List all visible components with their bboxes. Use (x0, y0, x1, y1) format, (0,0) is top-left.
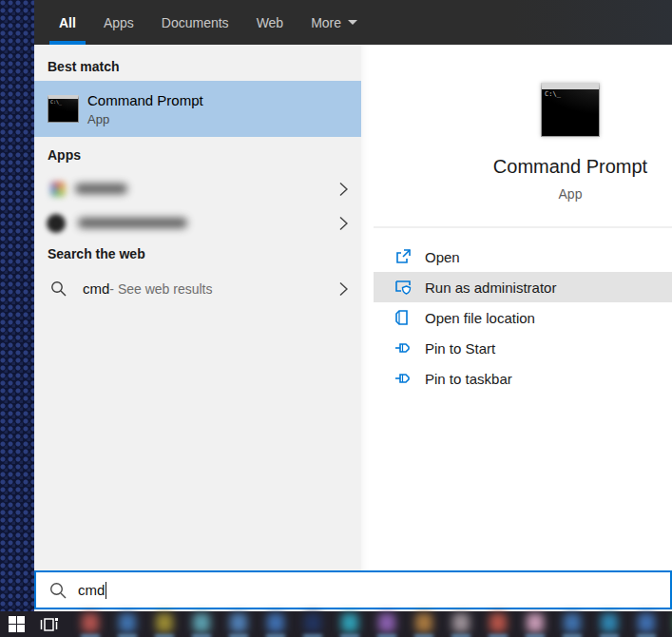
prompt-glyph: C:\_ (545, 90, 561, 98)
tab-web[interactable]: Web (257, 0, 284, 45)
action-label: Pin to Start (425, 340, 495, 357)
action-open[interactable]: Open (374, 241, 672, 272)
blurred-app-icon[interactable] (413, 613, 435, 636)
start-button[interactable] (0, 611, 32, 637)
command-prompt-icon-large: C:\_ (541, 83, 600, 137)
chevron-right-icon[interactable] (339, 182, 348, 196)
tab-apps[interactable]: Apps (104, 0, 134, 45)
start-search-flyout: All Apps Documents Web More Best match C… (34, 0, 672, 611)
best-match-subtitle: App (87, 112, 203, 126)
search-input-value: cmd (78, 582, 105, 598)
chevron-right-icon[interactable] (339, 281, 348, 296)
web-suffix-text: - See web results (109, 281, 212, 297)
blurred-dark-circle-app-icon (47, 214, 66, 233)
blurred-app-icon[interactable] (598, 613, 621, 636)
divider (374, 226, 672, 228)
preview-subtitle: App (469, 186, 672, 202)
pin-icon (394, 339, 412, 357)
action-open-file-location[interactable]: Open file location (374, 302, 672, 333)
tab-documents[interactable]: Documents (162, 0, 229, 45)
blurred-app-icon[interactable] (487, 613, 509, 636)
blurred-app-icon[interactable] (301, 613, 324, 636)
blurred-app-icon[interactable] (190, 613, 213, 636)
web-query-text: cmd (83, 280, 109, 297)
blurred-app-icon[interactable] (375, 613, 398, 636)
app-result-redacted-1[interactable] (34, 174, 361, 203)
taskbar (0, 611, 672, 637)
action-label: Open file location (425, 310, 535, 326)
blurred-app-icon[interactable] (524, 613, 547, 636)
blurred-app-icon[interactable] (227, 613, 250, 636)
task-view-icon (40, 617, 58, 632)
best-match-result-command-prompt[interactable]: C:\_ Command Prompt App (34, 81, 361, 137)
blurred-colorful-app-icon (50, 182, 66, 197)
blurred-app-icon[interactable] (338, 613, 361, 636)
chevron-right-icon[interactable] (339, 216, 348, 230)
tab-all[interactable]: All (59, 0, 76, 45)
search-the-web-header: Search the web (48, 246, 145, 261)
action-label: Open (425, 249, 460, 265)
preview-block: C:\_ Command Prompt App (469, 45, 672, 202)
task-view-button[interactable] (32, 611, 65, 637)
apps-header: Apps (48, 147, 81, 163)
chevron-down-icon (348, 20, 357, 25)
tab-more-label: More (311, 15, 341, 30)
folder-location-icon (394, 309, 412, 326)
blurred-app-icon[interactable] (153, 613, 176, 636)
pin-icon (394, 370, 412, 387)
web-search-result-cmd[interactable]: cmd - See web results (34, 274, 361, 303)
search-results-pane: Best match C:\_ Command Prompt App Apps (34, 45, 361, 570)
blurred-app-icon[interactable] (635, 613, 658, 636)
search-icon (49, 582, 67, 599)
action-pin-to-taskbar[interactable]: Pin to taskbar (374, 363, 672, 394)
app-result-redacted-2[interactable] (34, 208, 361, 238)
search-icon (50, 280, 67, 297)
redacted-text (75, 183, 127, 194)
action-run-as-administrator[interactable]: Run as administrator (374, 272, 672, 302)
preview-title: Command Prompt (469, 156, 672, 178)
tab-more[interactable]: More (311, 0, 357, 45)
windows-start-icon (9, 616, 25, 632)
best-match-title: Command Prompt (87, 92, 203, 108)
search-filter-tabbar: All Apps Documents Web More (34, 0, 672, 45)
taskbar-search-input[interactable]: cmd (34, 570, 672, 609)
blurred-app-icon[interactable] (264, 613, 287, 636)
taskbar-app-icons (79, 613, 672, 636)
admin-shield-icon (394, 279, 412, 296)
preview-pane: C:\_ Command Prompt App Open Run as admi… (361, 45, 672, 570)
command-prompt-icon: C:\_ (48, 95, 79, 123)
action-label: Run as administrator (425, 280, 556, 296)
best-match-header: Best match (48, 59, 119, 74)
text-caret (106, 582, 106, 599)
blurred-app-icon[interactable] (116, 613, 139, 636)
blurred-app-icon[interactable] (79, 613, 102, 636)
action-pin-to-start[interactable]: Pin to Start (374, 333, 672, 363)
redacted-text (78, 218, 187, 228)
action-label: Pin to taskbar (425, 371, 512, 387)
blurred-app-icon[interactable] (561, 613, 584, 636)
open-icon (394, 248, 412, 265)
blurred-app-icon[interactable] (450, 613, 472, 636)
prompt-glyph: C:\_ (50, 99, 62, 105)
